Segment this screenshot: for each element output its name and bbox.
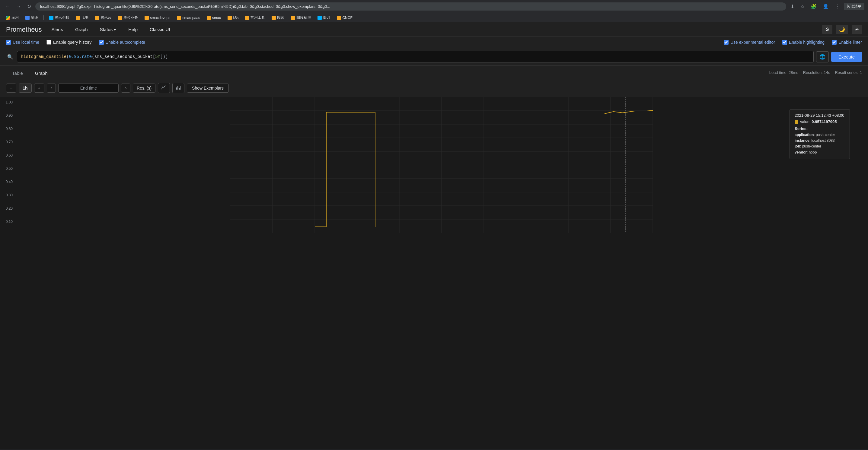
bookmark-reading-essence[interactable]: 阅读精华 <box>288 14 313 21</box>
bookmark-k8s-label: k8s <box>233 16 239 20</box>
use-experimental-editor-checkbox[interactable]: Use experimental editor <box>724 40 775 45</box>
query-bracket-close: ] <box>160 54 163 59</box>
use-local-time-label: Use local time <box>13 40 39 45</box>
nav-graph[interactable]: Graph <box>73 26 90 33</box>
bookmark-tencent-mail[interactable]: 腾讯企邮 <box>47 14 71 21</box>
settings-icon[interactable]: ⚙ <box>822 25 832 34</box>
smacdevops-icon <box>145 16 149 20</box>
status-dropdown-icon: ▾ <box>114 27 116 32</box>
more-menu-icon[interactable]: ⋮ <box>833 2 841 10</box>
smac-icon <box>207 16 211 20</box>
theme-sun-icon[interactable]: ☀ <box>852 25 862 34</box>
header-right: ⚙ 🌙 ☀ <box>822 25 862 34</box>
bookmark-translate[interactable]: 翻译 <box>23 14 40 21</box>
use-local-time-input[interactable] <box>6 40 11 45</box>
bar-chart-icon[interactable] <box>172 83 184 93</box>
graph-controls: − 1h + ‹ End time › Res. (s) Show Exempl… <box>0 79 868 97</box>
bookmark-tencent-cloud[interactable]: 腾讯云 <box>93 14 114 21</box>
use-experimental-editor-input[interactable] <box>724 40 728 45</box>
bookmark-tools[interactable]: 常用工具 <box>243 14 268 21</box>
query-comma: , <box>79 54 82 59</box>
bookmark-reading[interactable]: 阅读 <box>269 14 287 21</box>
tencent-mail-icon <box>49 16 54 20</box>
enable-autocomplete-checkbox[interactable]: Enable autocomplete <box>99 40 146 45</box>
enable-linter-checkbox[interactable]: Enable linter <box>832 40 862 45</box>
query-bar: 🔍 histogram_quantile(0.95, rate(sms_send… <box>0 48 868 66</box>
bookmark-smac-paas[interactable]: smac-paas <box>175 15 203 21</box>
enable-highlighting-checkbox[interactable]: Enable highlighting <box>782 40 825 45</box>
svg-rect-2 <box>179 88 180 90</box>
bookmark-modao[interactable]: 墨刀 <box>315 14 333 21</box>
bookmark-cncf[interactable]: CNCF <box>334 15 354 21</box>
bookmark-apps[interactable]: 应用 <box>4 14 21 21</box>
resolution-button[interactable]: Res. (s) <box>133 84 155 93</box>
y-axis: 1.00 0.90 0.80 0.70 0.60 0.50 0.40 0.30 … <box>0 97 15 233</box>
download-icon[interactable]: ⬇ <box>788 2 796 10</box>
enable-highlighting-input[interactable] <box>782 40 787 45</box>
extensions-icon[interactable]: 🧩 <box>809 2 818 10</box>
bookmark-unit-business[interactable]: 单位业务 <box>116 14 140 21</box>
show-exemplars-button[interactable]: Show Exemplars <box>187 84 229 93</box>
theme-moon-icon[interactable]: 🌙 <box>836 25 848 34</box>
y-label-0.70: 0.70 <box>2 140 13 144</box>
k8s-icon <box>227 16 232 20</box>
tools-icon <box>245 16 249 20</box>
nav-help[interactable]: Help <box>126 26 140 33</box>
reading-mode-button[interactable]: 阅读清单 <box>844 3 864 10</box>
bookmark-reading-label: 阅读 <box>277 15 284 20</box>
nav-status[interactable]: Status ▾ <box>97 26 119 33</box>
bookmark-k8s[interactable]: k8s <box>225 15 241 21</box>
tabs-row: Table Graph Load time: 28ms Resolution: … <box>0 66 868 79</box>
reading-icon <box>272 16 276 20</box>
refresh-button[interactable]: ↻ <box>25 2 33 10</box>
bookmark-feishu[interactable]: 飞书 <box>73 14 91 21</box>
chart-inner: 1.00 0.90 0.80 0.70 0.60 0.50 0.40 0.30 … <box>0 97 868 233</box>
time-range-button[interactable]: 1h <box>19 84 31 93</box>
use-local-time-checkbox[interactable]: Use local time <box>6 40 39 45</box>
profile-icon[interactable]: 👤 <box>821 2 831 10</box>
time-plus-button[interactable]: + <box>34 84 44 93</box>
address-bar[interactable] <box>35 2 786 10</box>
enable-linter-input[interactable] <box>832 40 837 45</box>
execute-button[interactable]: Execute <box>831 52 862 62</box>
bookmark-cncf-label: CNCF <box>342 16 352 20</box>
enable-query-history-input[interactable] <box>46 40 51 45</box>
time-minus-button[interactable]: − <box>6 84 16 93</box>
prev-time-button[interactable]: ‹ <box>47 84 56 93</box>
chart-plot-area: 2021-08-29 15:12:43 +08:00 value: 0.9574… <box>15 97 868 233</box>
y-label-0.80: 0.80 <box>2 127 13 131</box>
y-label-0.20: 0.20 <box>2 206 13 211</box>
search-icon: 🔍 <box>6 54 14 60</box>
next-time-button[interactable]: › <box>121 84 130 93</box>
bookmark-smacdevops-label: smacdevops <box>150 16 170 20</box>
tab-table[interactable]: Table <box>6 68 29 79</box>
query-metric-name: sms_send_seconds_bucket <box>94 54 153 59</box>
query-bracket-open: [ <box>153 54 155 59</box>
bookmark-tools-label: 常用工具 <box>250 15 265 20</box>
app-header: Prometheus Alerts Graph Status ▾ Help Cl… <box>0 22 868 37</box>
bookmark-feishu-label: 飞书 <box>81 15 88 20</box>
query-rate-func: rate <box>82 54 92 59</box>
enable-linter-label: Enable linter <box>838 40 862 45</box>
enable-autocomplete-input[interactable] <box>99 40 104 45</box>
enable-query-history-checkbox[interactable]: Enable query history <box>46 40 92 45</box>
modao-icon <box>317 16 322 20</box>
query-display[interactable]: histogram_quantile(0.95, rate(sms_send_s… <box>17 51 814 62</box>
end-time-display[interactable]: End time <box>58 84 119 93</box>
forward-button[interactable]: → <box>14 3 23 10</box>
back-button[interactable]: ← <box>4 3 12 10</box>
nav-alerts[interactable]: Alerts <box>49 26 65 33</box>
tab-graph[interactable]: Graph <box>29 68 54 79</box>
star-icon[interactable]: ☆ <box>799 2 806 10</box>
svg-rect-1 <box>178 86 178 90</box>
svg-rect-0 <box>176 88 177 90</box>
bookmark-translate-label: 翻译 <box>31 15 38 20</box>
nav-classic-ui[interactable]: Classic UI <box>147 26 173 33</box>
bookmark-smacdevops[interactable]: smacdevops <box>142 15 173 21</box>
tencent-cloud-icon <box>95 16 99 20</box>
bookmark-smac-paas-label: smac-paas <box>182 16 200 20</box>
globe-button[interactable]: 🌐 <box>816 51 829 62</box>
query-close-parens: )) <box>163 54 168 59</box>
line-chart-icon[interactable] <box>158 83 170 93</box>
bookmark-smac[interactable]: smac <box>204 15 223 21</box>
